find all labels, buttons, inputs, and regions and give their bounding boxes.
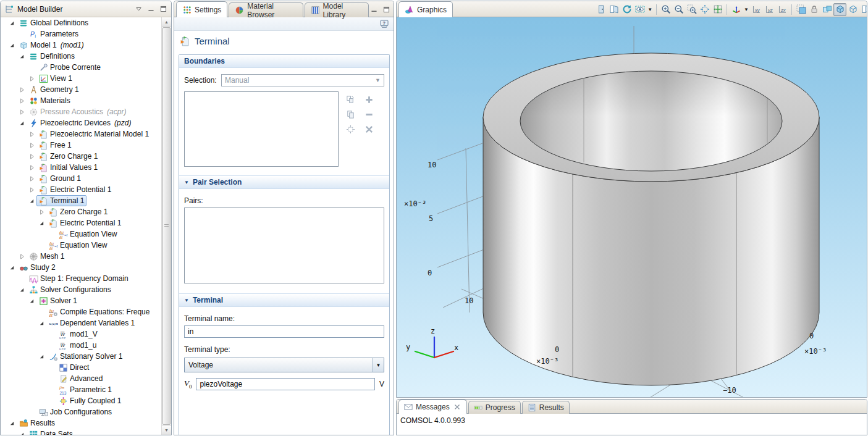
tree-item-terminal-1[interactable]: Terminal 1 — [1, 195, 162, 206]
maximize-icon[interactable] — [159, 5, 167, 13]
tree-item-model-1[interactable]: Model 1(mod1) — [1, 40, 162, 51]
tree-item-global-definitions[interactable]: Global Definitions — [1, 17, 162, 28]
tree-item-parameters[interactable]: Pi Parameters — [1, 28, 162, 40]
expander-closed-icon[interactable] — [17, 107, 27, 117]
tree-item-job-configurations[interactable]: Job Configurations — [1, 406, 162, 417]
tab-graphics[interactable]: Graphics — [398, 1, 453, 17]
tree-item-fully-coupled-1[interactable]: Fully Coupled 1 — [1, 395, 162, 406]
v0-input[interactable] — [196, 378, 375, 390]
tree-item-definitions[interactable]: Definitions — [1, 51, 162, 62]
expander-open-icon[interactable] — [17, 285, 27, 295]
tab-settings[interactable]: Settings — [176, 1, 227, 17]
expander-open-icon[interactable] — [7, 418, 17, 428]
copy-selection-button[interactable] — [344, 93, 356, 107]
tree-item-mod1-v[interactable]: WU,T,P mod1_V — [1, 329, 162, 340]
zoom-box-button[interactable] — [685, 3, 698, 16]
tree-item-free-1[interactable]: Free 1 — [1, 140, 162, 151]
tree-item-direct[interactable]: Direct — [1, 362, 162, 373]
tree-item-step-1-frequency-domain[interactable]: Step 1: Frequency Domain — [1, 273, 162, 284]
tree-item-data-sets[interactable]: Data Sets — [1, 429, 162, 435]
dropdown-caret-icon[interactable]: ▼ — [744, 7, 749, 12]
clear-selection-button[interactable] — [363, 122, 375, 136]
tree-item-ground-1[interactable]: Ground 1 — [1, 173, 162, 184]
expander-closed-icon[interactable] — [27, 73, 36, 83]
expander-closed-icon[interactable] — [27, 162, 36, 172]
expander-open-icon[interactable] — [7, 262, 17, 272]
go-to-xy-view-button[interactable]: xy — [750, 3, 763, 16]
expander-open-icon[interactable] — [17, 118, 27, 128]
tree-item-piezoelectric-devices[interactable]: Piezoelectric Devices(pzd) — [1, 117, 162, 128]
tree-item-view-1[interactable]: View 1 — [1, 73, 162, 84]
expander-open-icon[interactable] — [17, 429, 27, 435]
tree-item-mod1-u[interactable]: WU,T,P mod1_u — [1, 340, 162, 351]
minimize-icon[interactable] — [147, 5, 155, 13]
close-tab-icon[interactable] — [453, 403, 461, 411]
transparency-button[interactable] — [820, 3, 833, 16]
terminal-name-input[interactable] — [184, 325, 384, 338]
boundaries-section-header[interactable]: Boundaries — [179, 55, 389, 68]
expander-closed-icon[interactable] — [27, 129, 36, 139]
tree-item-compile-equations-freque[interactable]: ∂u∂t Compile Equations: Freque — [1, 306, 162, 317]
scroll-thumb[interactable] — [162, 27, 171, 425]
reset-view-button[interactable] — [620, 3, 633, 16]
tab-progress[interactable]: Progress — [468, 401, 521, 414]
combo-dropdown-icon[interactable]: ▼ — [373, 358, 384, 372]
go-to-yz-view-button[interactable]: yz — [763, 3, 776, 16]
desktop-window-button[interactable] — [594, 3, 607, 16]
tree-item-results[interactable]: Results — [1, 417, 162, 429]
expander-closed-icon[interactable] — [17, 96, 27, 106]
remove-from-selection-button[interactable] — [363, 107, 375, 122]
tree-item-pressure-acoustics[interactable]: Pressure Acoustics(acpr) — [1, 106, 162, 117]
tree-scrollbar[interactable]: ▲ ▼ — [161, 17, 171, 435]
expander-closed-icon[interactable] — [27, 185, 36, 195]
tree-item-electric-potential-1[interactable]: Electric Potential 1 — [1, 217, 162, 228]
minimize-icon[interactable] — [370, 6, 378, 14]
tree-item-stationary-solver-1[interactable]: Stationary Solver 1 — [1, 351, 162, 362]
tree-item-dependent-variables-1[interactable]: u,v,w Dependent Variables 1 — [1, 317, 162, 329]
expander-open-icon[interactable] — [7, 18, 17, 28]
shaded-view-button[interactable] — [833, 3, 846, 16]
detach-window-button[interactable] — [607, 3, 620, 16]
tree-item-solver-1[interactable]: Solver 1 — [1, 295, 162, 306]
clipped-button-button[interactable] — [859, 3, 867, 16]
tree-item-study-2[interactable]: Study 2 — [1, 262, 162, 273]
tree-item-electric-potential-1[interactable]: Electric Potential 1 — [1, 184, 162, 195]
view-menu-icon[interactable] — [135, 5, 143, 13]
tree-item-piezoelectric-material-model-1[interactable]: Piezoelectric Material Model 1 — [1, 128, 162, 140]
tab-model-library[interactable]: Model Library — [305, 2, 369, 17]
expander-closed-icon[interactable] — [36, 207, 46, 217]
tree-item-parametric-1[interactable]: P=213 Parametric 1 — [1, 384, 162, 395]
expander-closed-icon[interactable] — [27, 174, 36, 183]
view-orientation-button[interactable] — [730, 3, 743, 16]
add-to-selection-button[interactable] — [363, 93, 375, 107]
expander-closed-icon[interactable] — [17, 251, 27, 261]
boundaries-list[interactable] — [184, 91, 339, 167]
graphics-canvas[interactable]: z y x 10×10⁻³50100×10⁻³0×10⁻³−10 — [397, 17, 867, 397]
zoom-to-selection-button[interactable] — [698, 3, 711, 16]
maximize-icon[interactable] — [382, 6, 390, 14]
scroll-down-icon[interactable]: ▼ — [162, 425, 171, 435]
tab-results[interactable]: Results — [522, 401, 570, 414]
tree-item-equation-view[interactable]: ∂u∂t=f Equation View — [1, 228, 162, 240]
pair-selection-section-header[interactable]: ▼ Pair Selection — [179, 175, 389, 189]
expander-closed-icon[interactable] — [27, 151, 36, 161]
expander-open-icon[interactable] — [17, 51, 27, 61]
tab-messages[interactable]: Messages — [398, 400, 467, 414]
expander-open-icon[interactable] — [27, 196, 36, 206]
tree-item-geometry-1[interactable]: Geometry 1 — [1, 84, 162, 95]
zoom-in-button[interactable] — [659, 3, 672, 16]
tree-item-equation-view[interactable]: ∂u∂t=f Equation View — [1, 240, 162, 251]
terminal-section-header[interactable]: ▼ Terminal — [179, 293, 389, 307]
lock-view-button[interactable] — [807, 3, 820, 16]
expander-open-icon[interactable] — [36, 318, 46, 328]
tree-item-initial-values-1[interactable]: Initial Values 1 — [1, 162, 162, 173]
tree-item-zero-charge-1[interactable]: Zero Charge 1 — [1, 206, 162, 217]
tree-item-probe-corrente[interactable]: Probe Corrente — [1, 62, 162, 73]
tree-item-zero-charge-1[interactable]: Zero Charge 1 — [1, 151, 162, 162]
go-to-zx-view-button[interactable]: zx — [776, 3, 789, 16]
visibility-button[interactable] — [633, 3, 646, 16]
expander-closed-icon[interactable] — [27, 140, 36, 150]
scroll-up-icon[interactable]: ▲ — [162, 17, 171, 27]
zoom-to-selection-button[interactable] — [344, 122, 356, 136]
terminal-type-combo[interactable]: Voltage ▼ — [184, 358, 384, 372]
